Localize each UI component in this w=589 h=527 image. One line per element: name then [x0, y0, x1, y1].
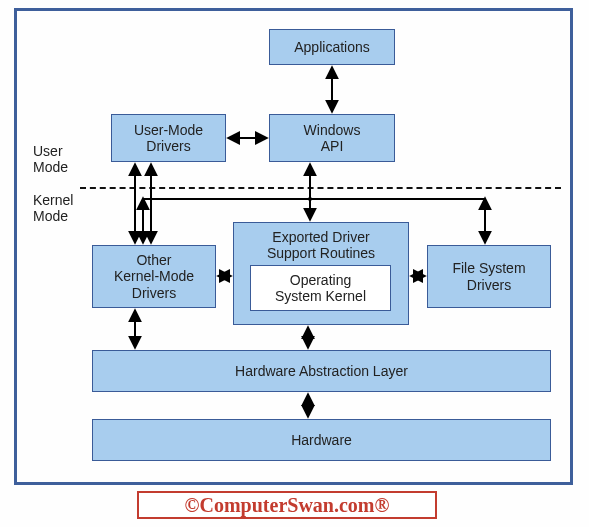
box-hardware-label: Hardware [291, 432, 352, 448]
box-os-kernel: Operating System Kernel [250, 265, 391, 311]
box-applications: Applications [269, 29, 395, 65]
box-windows-api-label: Windows API [304, 122, 361, 154]
box-other-kernel-drivers-label: Other Kernel-Mode Drivers [114, 252, 194, 300]
box-other-kernel-drivers: Other Kernel-Mode Drivers [92, 245, 216, 308]
box-file-system-drivers: File System Drivers [427, 245, 551, 308]
diagram-stage: User Mode Kernel Mode Applications User-… [0, 0, 589, 527]
attribution-text: ©ComputerSwan.com® [185, 494, 390, 517]
label-user-mode: User Mode [33, 143, 68, 175]
mode-divider [80, 187, 561, 189]
box-hal-label: Hardware Abstraction Layer [235, 363, 408, 379]
box-user-mode-drivers-label: User-Mode Drivers [134, 122, 203, 154]
label-kernel-mode: Kernel Mode [33, 192, 73, 224]
box-hal: Hardware Abstraction Layer [92, 350, 551, 392]
attribution: ©ComputerSwan.com® [137, 491, 437, 519]
box-applications-label: Applications [294, 39, 370, 55]
box-exported-routines-label: Exported Driver Support Routines [267, 229, 375, 261]
box-file-system-drivers-label: File System Drivers [452, 260, 525, 292]
box-hardware: Hardware [92, 419, 551, 461]
box-os-kernel-label: Operating System Kernel [275, 272, 366, 304]
box-user-mode-drivers: User-Mode Drivers [111, 114, 226, 162]
box-windows-api: Windows API [269, 114, 395, 162]
